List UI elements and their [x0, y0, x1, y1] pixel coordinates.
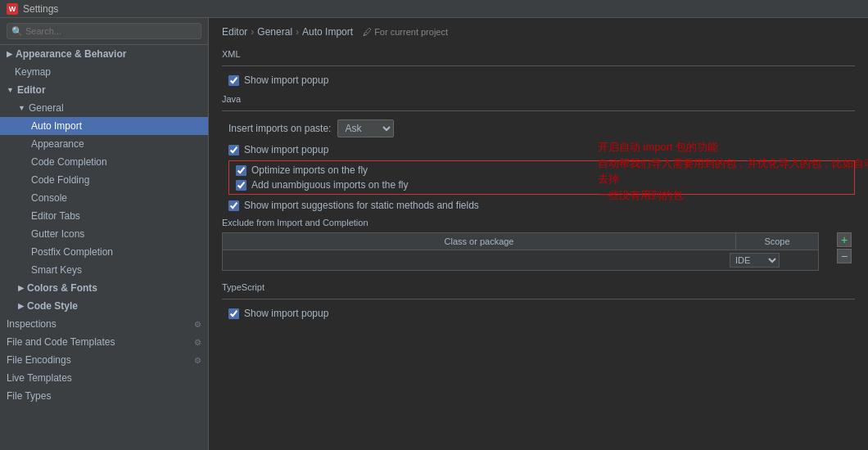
sidebar-item-general[interactable]: ▼ General	[0, 99, 208, 117]
sidebar-item-editor-tabs[interactable]: Editor Tabs	[0, 207, 208, 225]
add-unambiguous-row: Add unambiguous imports on the fly	[236, 179, 848, 191]
add-unambiguous-label: Add unambiguous imports on the fly	[251, 179, 408, 191]
ts-show-import-popup-row: Show import popup	[228, 308, 855, 319]
search-box: 🔍	[0, 18, 208, 45]
java-divider	[222, 110, 855, 111]
sidebar-item-live-templates[interactable]: Live Templates	[0, 369, 208, 387]
sidebar-item-colors-fonts[interactable]: ▶ Colors & Fonts	[0, 279, 208, 297]
xml-show-import-popup-row: Show import popup	[228, 74, 855, 86]
sidebar-label: Auto Import	[31, 120, 82, 132]
sidebar-item-appearance-behavior[interactable]: ▶ Appearance & Behavior	[0, 45, 208, 63]
sidebar-label: Code Folding	[31, 174, 89, 186]
title-bar: W Settings	[0, 0, 868, 18]
add-row-button[interactable]: +	[837, 232, 852, 247]
expand-arrow: ▶	[18, 302, 24, 310]
main-container: 🔍 ▶ Appearance & Behavior Keymap ▼ Edito…	[0, 18, 868, 450]
highlighted-imports-box: Optimize imports on the fly Add unambigu…	[228, 160, 855, 195]
sidebar-label: Keymap	[15, 66, 51, 78]
col-scope: Scope	[736, 233, 818, 250]
settings-icon: ⚙	[194, 338, 201, 347]
show-suggestions-label: Show import suggestions for static metho…	[244, 200, 479, 211]
table-header: Class or package Scope	[223, 233, 818, 250]
sidebar-item-file-code-templates[interactable]: File and Code Templates ⚙	[0, 333, 208, 351]
ts-show-import-checkbox[interactable]	[228, 308, 239, 319]
sidebar-label: Inspections	[7, 318, 57, 330]
sidebar: 🔍 ▶ Appearance & Behavior Keymap ▼ Edito…	[0, 18, 209, 450]
window-title: Settings	[23, 3, 58, 15]
xml-show-import-label: Show import popup	[244, 74, 328, 86]
sidebar-item-file-types[interactable]: File Types	[0, 387, 208, 405]
table-buttons: + −	[837, 232, 852, 263]
sidebar-item-editor[interactable]: ▼ Editor	[0, 81, 208, 99]
sidebar-item-keymap[interactable]: Keymap	[0, 63, 208, 81]
sidebar-item-appearance[interactable]: Appearance	[0, 135, 208, 153]
breadcrumb: Editor › General › Auto Import 🖊 For cur…	[222, 26, 855, 38]
sidebar-label: Appearance	[31, 138, 84, 150]
app-icon: W	[7, 3, 18, 15]
settings-icon: ⚙	[194, 356, 201, 365]
ts-divider	[222, 299, 855, 299]
insert-imports-row: Insert imports on paste: Ask Always Neve…	[228, 119, 855, 137]
sidebar-label: Code Completion	[31, 156, 107, 168]
sidebar-label: General	[29, 102, 64, 114]
java-section: Java Insert imports on paste: Ask Always…	[222, 94, 855, 211]
java-show-import-label: Show import popup	[244, 144, 328, 155]
sidebar-label: File Encodings	[7, 354, 71, 366]
sidebar-item-auto-import[interactable]: Auto Import	[0, 117, 208, 135]
ts-section-label: TypeScript	[222, 282, 855, 292]
xml-section: XML Show import popup	[222, 49, 855, 86]
breadcrumb-part-1[interactable]: Editor	[222, 26, 247, 38]
java-show-import-checkbox[interactable]	[228, 145, 239, 155]
sidebar-label: Code Style	[27, 300, 78, 312]
insert-imports-select[interactable]: Ask Always Never	[337, 119, 394, 137]
java-show-import-popup-row: Show import popup	[228, 144, 855, 155]
expand-arrow: ▼	[18, 104, 25, 112]
content-area: Editor › General › Auto Import 🖊 For cur…	[209, 18, 868, 450]
exclude-label: Exclude from Import and Completion	[222, 218, 855, 227]
sidebar-item-smart-keys[interactable]: Smart Keys	[0, 261, 208, 279]
expand-arrow: ▶	[7, 50, 12, 58]
sidebar-item-file-encodings[interactable]: File Encodings ⚙	[0, 351, 208, 369]
cell-scope: IDE Project	[730, 253, 811, 268]
expand-arrow: ▶	[18, 284, 24, 292]
optimize-imports-label: Optimize imports on the fly	[251, 164, 368, 176]
scope-select[interactable]: IDE Project	[730, 253, 780, 268]
sidebar-item-postfix-completion[interactable]: Postfix Completion	[0, 243, 208, 261]
optimize-imports-row: Optimize imports on the fly	[236, 164, 848, 176]
sidebar-label: Smart Keys	[31, 264, 82, 276]
exclude-section: Exclude from Import and Completion Class…	[222, 218, 855, 271]
col-class-package: Class or package	[223, 233, 736, 250]
settings-icon: ⚙	[194, 320, 201, 329]
add-unambiguous-checkbox[interactable]	[236, 180, 246, 191]
search-icon: 🔍	[11, 26, 23, 37]
sidebar-item-code-style[interactable]: ▶ Code Style	[0, 297, 208, 315]
expand-arrow: ▼	[7, 86, 14, 94]
sidebar-item-inspections[interactable]: Inspections ⚙	[0, 315, 208, 333]
sidebar-label: Editor	[17, 84, 46, 96]
project-note: 🖊 For current project	[363, 27, 448, 37]
sidebar-label: Editor Tabs	[31, 210, 80, 222]
sidebar-item-console[interactable]: Console	[0, 189, 208, 207]
sidebar-label: Gutter Icons	[31, 228, 84, 240]
breadcrumb-current: Auto Import	[302, 26, 353, 38]
typescript-section: TypeScript Show import popup	[222, 282, 855, 319]
remove-row-button[interactable]: −	[837, 249, 852, 263]
sidebar-label: Live Templates	[7, 372, 72, 384]
exclude-table: Class or package Scope IDE Project	[222, 232, 819, 271]
breadcrumb-part-2[interactable]: General	[257, 26, 292, 38]
table-row: IDE Project	[223, 250, 818, 270]
cell-class	[229, 253, 730, 268]
sidebar-label: Colors & Fonts	[27, 282, 97, 294]
sidebar-item-gutter-icons[interactable]: Gutter Icons	[0, 225, 208, 243]
show-suggestions-checkbox[interactable]	[228, 200, 239, 211]
sidebar-item-code-folding[interactable]: Code Folding	[0, 171, 208, 189]
breadcrumb-sep-1: ›	[251, 26, 254, 38]
ts-show-import-label: Show import popup	[244, 308, 328, 319]
sidebar-item-code-completion[interactable]: Code Completion	[0, 153, 208, 171]
sidebar-label: Console	[31, 192, 67, 204]
insert-imports-label: Insert imports on paste:	[228, 123, 331, 134]
optimize-imports-checkbox[interactable]	[236, 165, 246, 176]
search-input[interactable]	[7, 23, 201, 39]
sidebar-label: File and Code Templates	[7, 336, 115, 348]
xml-show-import-checkbox[interactable]	[228, 75, 239, 86]
